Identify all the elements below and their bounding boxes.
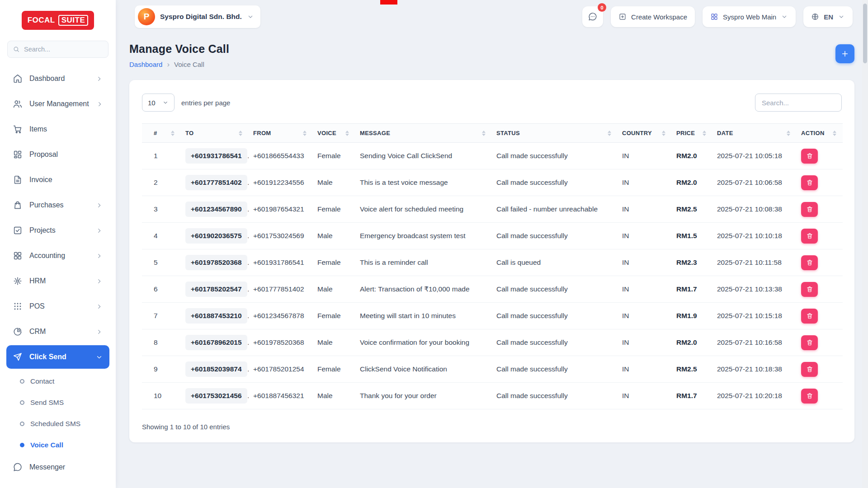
sidebar-subitem-voice-call[interactable]: Voice Call xyxy=(6,434,109,455)
cell-voice: Female xyxy=(313,196,355,223)
app-selector[interactable]: Syspro Web Main xyxy=(703,6,796,27)
sidebar-item-messenger[interactable]: Messenger xyxy=(6,455,109,479)
table-row: 5 +601978520368 +601931786541 Female Thi… xyxy=(142,249,843,276)
pie-icon xyxy=(13,327,23,337)
dots-grid-icon xyxy=(13,301,23,311)
sidebar-item-items[interactable]: Items xyxy=(6,117,109,141)
cell-price: RM1.7 xyxy=(672,276,712,303)
cell-to: +601978520368 xyxy=(181,249,249,276)
cell-index: 6 xyxy=(142,276,181,303)
table-row: 7 +601887453210 +601234567878 Female Mee… xyxy=(142,303,843,329)
language-selector[interactable]: EN xyxy=(803,6,853,27)
breadcrumb-dashboard-link[interactable]: Dashboard xyxy=(129,61,162,68)
cell-voice: Male xyxy=(313,383,355,409)
sidebar-item-hrm[interactable]: HRM xyxy=(6,269,109,293)
cell-index: 9 xyxy=(142,356,181,383)
sidebar-item-label: Invoice xyxy=(29,176,103,184)
cell-voice: Female xyxy=(313,356,355,383)
sidebar-item-crm[interactable]: CRM xyxy=(6,320,109,343)
sidebar-item-dashboard[interactable]: Dashboard xyxy=(6,67,109,90)
column-header-country[interactable]: COUNTRY xyxy=(618,124,672,143)
column-header-price[interactable]: PRICE xyxy=(672,124,712,143)
column-header-date[interactable]: DATE xyxy=(712,124,797,143)
sidebar-item-click-send[interactable]: Click Send xyxy=(6,345,109,369)
table-row: 3 +601234567890 +601987654321 Female Voi… xyxy=(142,196,843,223)
cell-index: 8 xyxy=(142,329,181,356)
sidebar-item-pos[interactable]: POS xyxy=(6,295,109,318)
table-row: 2 +601777851402 +601912234556 Male This … xyxy=(142,169,843,196)
create-workspace-button[interactable]: Create Workspace xyxy=(611,6,695,27)
sidebar-subitem-label: Voice Call xyxy=(30,441,63,449)
sidebar-item-label: POS xyxy=(29,302,89,310)
cell-to: +601785202547 xyxy=(181,276,249,303)
topbar: P Syspro Digital Sdn. Bhd. 0 Create Work… xyxy=(116,0,868,33)
delete-row-button[interactable] xyxy=(801,149,818,164)
column-label: FROM xyxy=(253,130,271,136)
chevron-right-icon xyxy=(95,277,103,285)
sidebar-item-user-management[interactable]: User Management xyxy=(6,92,109,116)
cell-index: 3 xyxy=(142,196,181,223)
column-label: MESSAGE xyxy=(360,130,390,136)
workspace-selector[interactable]: P Syspro Digital Sdn. Bhd. xyxy=(135,5,260,28)
sidebar-item-label: Messenger xyxy=(29,463,103,471)
chevron-right-icon xyxy=(95,227,103,235)
table-search-input[interactable] xyxy=(755,94,842,112)
cell-price: RM2.0 xyxy=(672,329,712,356)
column-header-from[interactable]: FROM xyxy=(249,124,313,143)
sort-icons xyxy=(662,131,665,136)
cell-date: 2025-07-21 10:20:18 xyxy=(712,383,797,409)
add-voice-call-button[interactable] xyxy=(835,44,854,63)
column-header-voice[interactable]: VOICE xyxy=(313,124,355,143)
column-header-index[interactable]: # xyxy=(142,124,181,143)
column-header-action[interactable]: ACTION xyxy=(797,124,843,143)
logo[interactable]: FOCAL SUITE xyxy=(22,11,94,30)
chevron-down-icon xyxy=(247,13,254,20)
delete-row-button[interactable] xyxy=(801,202,818,217)
cell-status: Call failed - number unreachable xyxy=(492,196,618,223)
cell-date: 2025-07-21 10:06:58 xyxy=(712,169,797,196)
cell-message: Thank you for your order xyxy=(355,383,492,409)
sidebar-subitem-contact[interactable]: Contact xyxy=(6,371,109,392)
sidebar-search-input[interactable] xyxy=(24,46,103,53)
sidebar-item-purchases[interactable]: Purchases xyxy=(6,193,109,217)
cell-status: Call made successfully xyxy=(492,303,618,329)
grid-icon xyxy=(13,251,23,261)
column-header-status[interactable]: STATUS xyxy=(492,124,618,143)
cell-index: 7 xyxy=(142,303,181,329)
chevron-down-icon xyxy=(162,99,169,106)
delete-row-button[interactable] xyxy=(801,309,818,324)
column-label: VOICE xyxy=(317,130,336,136)
chevron-right-icon xyxy=(96,100,104,108)
entries-per-page-label: entries per page xyxy=(181,99,230,107)
delete-row-button[interactable] xyxy=(801,362,818,377)
delete-row-button[interactable] xyxy=(801,282,818,297)
cell-message: This is a reminder call xyxy=(355,249,492,276)
sidebar-subitem-send-sms[interactable]: Send SMS xyxy=(6,392,109,413)
sidebar-subitem-scheduled-sms[interactable]: Scheduled SMS xyxy=(6,413,109,434)
bag-icon xyxy=(13,200,23,210)
chat-bubble-icon xyxy=(588,12,598,22)
sidebar-item-accounting[interactable]: Accounting xyxy=(6,244,109,267)
messages-button[interactable]: 0 xyxy=(582,6,603,27)
column-header-to[interactable]: TO xyxy=(181,124,249,143)
delete-row-button[interactable] xyxy=(801,335,818,350)
cell-action xyxy=(797,356,843,383)
delete-row-button[interactable] xyxy=(801,255,818,270)
page-size-select[interactable]: 10 xyxy=(142,94,175,112)
delete-row-button[interactable] xyxy=(801,175,818,190)
cell-status: Call made successfully xyxy=(492,276,618,303)
sidebar-item-proposal[interactable]: Proposal xyxy=(6,143,109,166)
trash-icon xyxy=(806,179,813,186)
delete-row-button[interactable] xyxy=(801,389,818,404)
cell-status: Call made successfully xyxy=(492,383,618,409)
sidebar-item-invoice[interactable]: Invoice xyxy=(6,168,109,192)
cell-from: +601987654321 xyxy=(249,196,313,223)
cell-action xyxy=(797,223,843,249)
cell-status: Call made successfully xyxy=(492,143,618,169)
cell-country: IN xyxy=(618,383,672,409)
column-header-message[interactable]: MESSAGE xyxy=(355,124,492,143)
delete-row-button[interactable] xyxy=(801,229,818,244)
sidebar-item-projects[interactable]: Projects xyxy=(6,219,109,242)
scrollbar-thumb[interactable] xyxy=(863,4,867,63)
cell-index: 4 xyxy=(142,223,181,249)
